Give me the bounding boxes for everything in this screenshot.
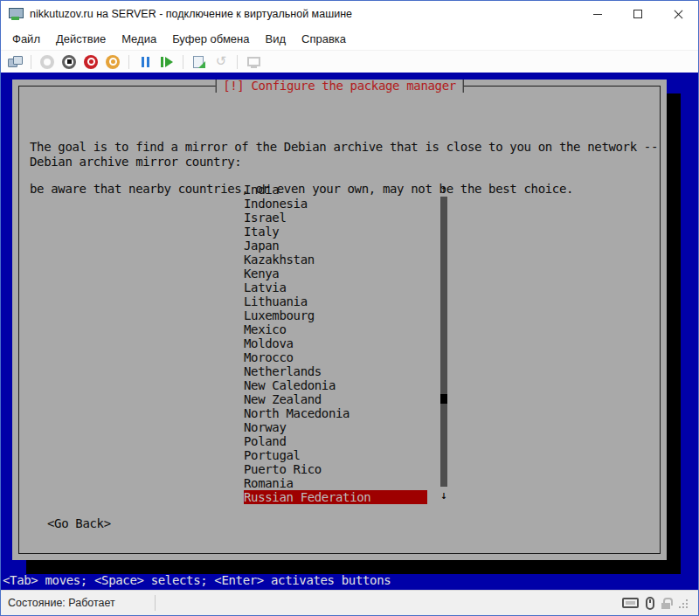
- country-option[interactable]: India: [244, 183, 427, 197]
- country-option[interactable]: Israel: [244, 211, 427, 225]
- country-option[interactable]: Kazakhstan: [244, 253, 427, 266]
- country-option-selected[interactable]: Russian Federation: [244, 490, 427, 504]
- country-option[interactable]: Morocco: [244, 350, 427, 364]
- country-option[interactable]: Portugal: [244, 448, 427, 462]
- country-option[interactable]: New Zealand: [244, 392, 427, 406]
- shut-down-icon: [84, 55, 98, 69]
- ctrl-alt-del-button[interactable]: [7, 54, 23, 70]
- maximize-icon: [633, 10, 642, 18]
- vmconnect-window: nikkutuzov.ru на SERVER - подключение к …: [0, 0, 699, 616]
- scroll-down-icon[interactable]: ↓: [439, 488, 448, 502]
- vm-app-icon: [9, 8, 23, 20]
- checkpoint-icon: [193, 56, 205, 68]
- toolbar: [1, 50, 698, 73]
- list-scrollbar: ↑ ↓: [439, 183, 448, 502]
- country-option[interactable]: North Macedonia: [244, 406, 427, 420]
- maximize-button[interactable]: [618, 1, 658, 27]
- turn-off-icon: [62, 55, 76, 69]
- menu-media[interactable]: Медиа: [114, 29, 164, 49]
- menubar: Файл Действие Медиа Буфер обмена Вид Спр…: [1, 27, 698, 50]
- mirror-country-prompt: Debian archive mirror country:: [30, 155, 241, 169]
- country-option[interactable]: Italy: [244, 225, 427, 239]
- revert-icon: [216, 55, 227, 68]
- titlebar: nikkutuzov.ru на SERVER - подключение к …: [1, 1, 698, 27]
- save-state-button[interactable]: [105, 54, 121, 70]
- minimize-icon: [593, 14, 602, 15]
- country-option[interactable]: Japan: [244, 239, 427, 253]
- enhanced-session-button[interactable]: [246, 54, 261, 70]
- ctrl-alt-del-icon: [8, 56, 23, 67]
- resize-grip[interactable]: [678, 599, 688, 608]
- country-option[interactable]: Netherlands: [244, 364, 427, 378]
- save-state-icon: [106, 55, 120, 69]
- country-option[interactable]: New Caledonia: [244, 378, 427, 392]
- vm-status-text: Состояние: Работает: [8, 597, 155, 609]
- minimize-button[interactable]: [578, 1, 618, 27]
- revert-button[interactable]: [213, 54, 229, 70]
- toolbar-separator: [183, 55, 183, 69]
- country-option[interactable]: Puerto Rico: [244, 462, 427, 476]
- statusbar-separator: [155, 595, 156, 611]
- close-button[interactable]: [658, 1, 698, 27]
- unlock-icon: [661, 598, 671, 609]
- toolbar-separator: [237, 55, 238, 69]
- pause-icon: [142, 57, 149, 67]
- statusbar: Состояние: Работает: [1, 590, 698, 615]
- dialog-title: [!] Configure the package manager: [215, 80, 464, 93]
- resume-icon: [161, 57, 173, 67]
- toolbar-separator: [31, 55, 31, 69]
- country-option[interactable]: Kenya: [244, 266, 427, 280]
- country-list: India Indonesia Israel Italy Japan Kazak…: [244, 183, 427, 504]
- pause-button[interactable]: [137, 54, 153, 70]
- installer-dialog: [!] Configure the package manager The go…: [12, 80, 667, 560]
- menu-action[interactable]: Действие: [48, 29, 114, 49]
- scroll-up-icon[interactable]: ↑: [439, 183, 448, 197]
- resume-button[interactable]: [159, 54, 175, 70]
- country-option[interactable]: Moldova: [244, 336, 427, 350]
- window-controls: [578, 1, 698, 27]
- window-title: nikkutuzov.ru на SERVER - подключение к …: [30, 8, 578, 20]
- toolbar-separator: [128, 55, 129, 69]
- checkpoint-button[interactable]: [191, 54, 207, 70]
- menu-file[interactable]: Файл: [4, 29, 48, 49]
- country-option[interactable]: Latvia: [244, 280, 427, 294]
- country-option[interactable]: Poland: [244, 434, 427, 448]
- country-option[interactable]: Norway: [244, 420, 427, 434]
- installer-help-line: <Tab> moves; <Space> selects; <Enter> ac…: [3, 573, 391, 587]
- scrollbar-trough[interactable]: [440, 197, 447, 487]
- statusbar-icons: [622, 597, 691, 610]
- menu-view[interactable]: Вид: [257, 29, 294, 49]
- vm-screen[interactable]: [!] Configure the package manager The go…: [1, 73, 698, 590]
- country-option[interactable]: Romania: [244, 476, 427, 490]
- scrollbar-thumb[interactable]: [440, 394, 447, 404]
- start-button[interactable]: [39, 54, 55, 70]
- menu-help[interactable]: Справка: [294, 29, 354, 49]
- go-back-button[interactable]: <Go Back>: [47, 516, 111, 530]
- menu-clipboard[interactable]: Буфер обмена: [164, 29, 257, 49]
- enhanced-session-icon: [247, 57, 260, 66]
- mouse-icon: [646, 597, 654, 610]
- shut-down-button[interactable]: [83, 54, 99, 70]
- start-icon: [40, 55, 54, 69]
- intro-line-1: The goal is to find a mirror of the Debi…: [30, 140, 658, 154]
- country-option[interactable]: Luxembourg: [244, 308, 427, 322]
- country-option[interactable]: Lithuania: [244, 294, 427, 308]
- turn-off-button[interactable]: [61, 54, 77, 70]
- country-option[interactable]: Mexico: [244, 322, 427, 336]
- display-icon: [622, 598, 639, 608]
- country-option[interactable]: Indonesia: [244, 197, 427, 211]
- close-icon: [674, 10, 683, 19]
